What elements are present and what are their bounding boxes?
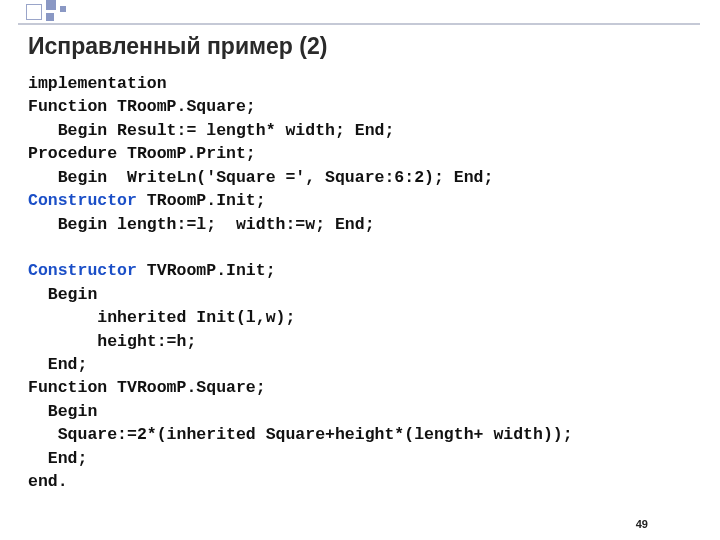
code-line: Begin (28, 285, 97, 304)
code-line: Begin length:=l; width:=w; End; (28, 215, 375, 234)
code-line: TRoomP.Init; (137, 191, 266, 210)
code-line: Procedure TRoomP.Print; (28, 144, 256, 163)
slide-title: Исправленный пример (2) (28, 33, 327, 60)
keyword-constructor: Constructor (28, 261, 137, 280)
code-line: Begin WriteLn('Square =', Square:6:2); E… (28, 168, 493, 187)
header-divider (18, 23, 700, 25)
code-line: height:=h; (28, 332, 196, 351)
code-line: End; (28, 449, 87, 468)
code-line: Function TRoomP.Square; (28, 97, 256, 116)
code-line: end. (28, 472, 68, 491)
code-line: Begin Result:= length* width; End; (28, 121, 394, 140)
code-line: TVRoomP.Init; (137, 261, 276, 280)
code-line: Square:=2*(inherited Square+height*(leng… (28, 425, 573, 444)
page-number: 49 (636, 518, 648, 530)
code-line: Function TVRoomP.Square; (28, 378, 266, 397)
code-line: End; (28, 355, 87, 374)
code-line: inherited Init(l,w); (28, 308, 295, 327)
code-line: Begin (28, 402, 97, 421)
keyword-constructor: Constructor (28, 191, 137, 210)
code-block: implementation Function TRoomP.Square; B… (28, 72, 692, 494)
code-line: implementation (28, 74, 167, 93)
